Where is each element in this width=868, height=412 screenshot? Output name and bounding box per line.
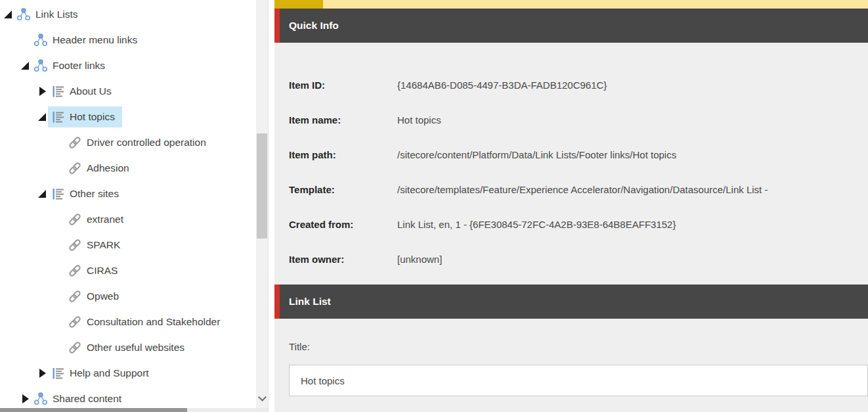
- expand-collapse-arrow: [54, 292, 65, 301]
- quick-info-row: Item ID: {14684AB6-D085-4497-B3DA-FADB12…: [289, 77, 868, 93]
- vertical-scrollbar-thumb[interactable]: [257, 133, 267, 239]
- expand-collapse-arrow: [54, 317, 65, 327]
- tree-horizontal-scrollbar[interactable]: [0, 408, 268, 412]
- expand-collapse-arrow: [54, 240, 65, 250]
- quick-info-value: [unknown]: [397, 254, 442, 265]
- document-list-icon: [51, 366, 65, 380]
- ribbon-gold-segment: [274, 0, 323, 9]
- tree-item[interactable]: SPARK: [0, 232, 256, 258]
- tree-item[interactable]: Opweb: [0, 283, 256, 309]
- link-icon: [68, 263, 82, 278]
- tree-item[interactable]: Hot topics: [0, 104, 256, 129]
- title-field-label: Title:: [289, 339, 868, 355]
- title-input[interactable]: [289, 365, 868, 396]
- quick-info-value: Hot topics: [397, 114, 441, 126]
- content-editor: Link Lists Header menu links Footer link…: [0, 0, 868, 412]
- item-detail-pane: Quick Info Item ID: {14684AB6-D085-4497-…: [274, 0, 868, 412]
- link-icon: [68, 161, 82, 175]
- tree-item[interactable]: Link Lists: [0, 1, 256, 27]
- sitemap-icon: [16, 7, 31, 22]
- tree-item[interactable]: Header menu links: [0, 27, 256, 53]
- quick-info-value: {14684AB6-D085-4497-B3DA-FADB120C961C}: [397, 80, 607, 91]
- link-list-title: Link List: [289, 296, 331, 308]
- link-icon: [68, 289, 82, 304]
- notification-ribbon: [274, 0, 868, 9]
- expand-collapse-arrow: [20, 35, 31, 45]
- document-list-icon: [51, 187, 65, 201]
- sitemap-icon: [33, 58, 48, 73]
- expand-collapse-arrow[interactable]: [3, 10, 14, 19]
- document-list-icon: [51, 84, 65, 99]
- sitemap-icon: [33, 33, 48, 47]
- expand-collapse-arrow[interactable]: [20, 394, 31, 403]
- quick-info-row: Template: /sitecore/templates/Feature/Ex…: [289, 181, 868, 197]
- expand-collapse-arrow[interactable]: [37, 189, 48, 198]
- expand-collapse-arrow[interactable]: [37, 369, 48, 378]
- tree-item[interactable]: Driver controlled operation: [0, 129, 256, 155]
- tree-item[interactable]: Other sites: [0, 181, 256, 206]
- link-icon: [68, 315, 82, 329]
- link-icon: [68, 135, 82, 150]
- document-list-icon: [51, 110, 65, 124]
- quick-info-label: Item owner:: [289, 254, 397, 265]
- quick-info-label: Item ID:: [289, 80, 397, 91]
- quick-info-value: /sitecore/content/Platform/Data/Link Lis…: [397, 149, 676, 160]
- ribbon-pale-segment: [323, 0, 868, 9]
- expand-collapse-arrow[interactable]: [20, 61, 31, 70]
- pane-divider: [268, 0, 274, 412]
- link-list-section-header[interactable]: Link List: [274, 285, 868, 319]
- tree-item[interactable]: Consultation and Stakeholder: [0, 309, 256, 334]
- quick-info-section-header[interactable]: Quick Info: [274, 9, 868, 43]
- tree-vertical-scrollbar[interactable]: [256, 0, 268, 412]
- quick-info-row: Created from: Link List, en, 1 - {6FE308…: [289, 216, 868, 232]
- expand-collapse-arrow: [54, 215, 65, 224]
- link-icon: [68, 238, 82, 252]
- tree-item[interactable]: Adhesion: [0, 155, 256, 181]
- quick-info-value: Link List, en, 1 - {6FE30845-72FC-4A2B-9…: [397, 219, 676, 230]
- tree-item[interactable]: About Us: [0, 78, 256, 104]
- quick-info-value: /sitecore/templates/Feature/Experience A…: [397, 184, 768, 195]
- expand-collapse-arrow: [54, 138, 65, 147]
- quick-info-rows: Item ID: {14684AB6-D085-4497-B3DA-FADB12…: [274, 43, 868, 285]
- tree-item[interactable]: Help and Support: [0, 360, 256, 386]
- tree-item[interactable]: Footer links: [0, 53, 256, 78]
- horizontal-scrollbar-thumb[interactable]: [0, 408, 187, 412]
- link-icon: [68, 212, 82, 227]
- expand-collapse-arrow[interactable]: [37, 112, 48, 122]
- expand-collapse-arrow: [54, 343, 65, 352]
- quick-info-row: Item path: /sitecore/content/Platform/Da…: [289, 147, 868, 162]
- link-list-fields: Title:: [274, 319, 868, 396]
- quick-info-label: Item name:: [289, 114, 397, 126]
- quick-info-label: Item path:: [289, 149, 397, 160]
- quick-info-row: Item owner: [unknown]: [289, 251, 868, 267]
- expand-collapse-arrow: [54, 266, 65, 275]
- link-icon: [68, 340, 82, 355]
- expand-collapse-arrow[interactable]: [37, 87, 48, 96]
- tree-item[interactable]: Other useful websites: [0, 334, 256, 360]
- scroll-down-arrow-icon[interactable]: [259, 394, 266, 401]
- tree-item[interactable]: extranet: [0, 206, 256, 232]
- quick-info-label: Created from:: [289, 219, 397, 230]
- quick-info-row: Item name: Hot topics: [289, 112, 868, 127]
- quick-info-label: Template:: [289, 184, 397, 195]
- content-tree: Link Lists Header menu links Footer link…: [0, 0, 256, 412]
- tree-item[interactable]: CIRAS: [0, 258, 256, 283]
- sitemap-icon: [33, 392, 48, 406]
- quick-info-title: Quick Info: [289, 20, 339, 32]
- expand-collapse-arrow: [54, 164, 65, 173]
